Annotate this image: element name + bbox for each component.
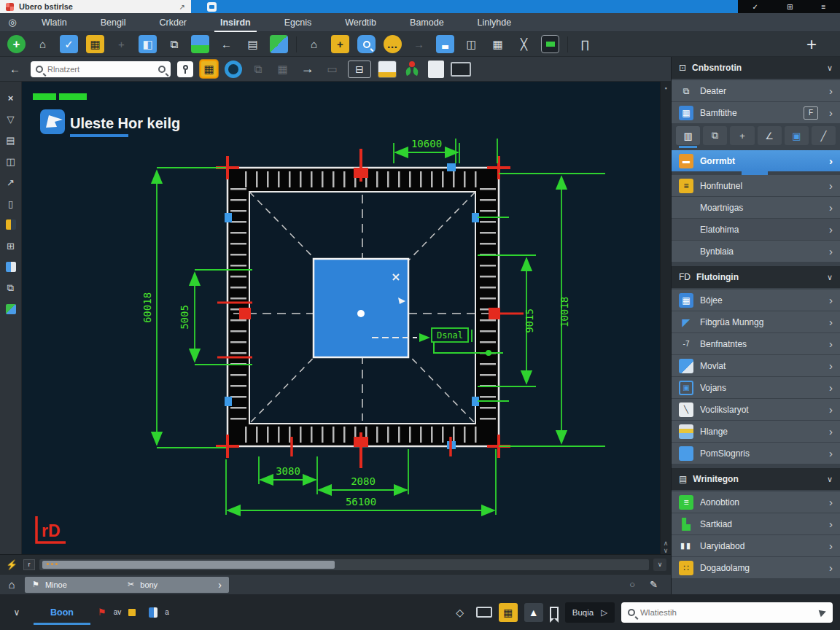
image-icon[interactable] xyxy=(191,35,209,53)
grid-yellow-button[interactable]: ▦ xyxy=(499,603,518,622)
panel-item-uaryidabod[interactable]: ▮▮ Uaryidabod › xyxy=(672,535,840,556)
add-circle-icon[interactable]: + xyxy=(7,35,26,53)
eye-circle-icon[interactable] xyxy=(225,61,242,78)
panel-item-moartnigas[interactable]: Moartnigas › xyxy=(672,197,840,218)
columns-icon[interactable] xyxy=(4,260,18,274)
panel-header-3[interactable]: ▤ Wrinitegon ∨ xyxy=(672,468,840,490)
app-menu-icon[interactable]: ◎ xyxy=(0,17,25,28)
panel-item-benfnatntes[interactable]: -7 Benfnatntes › xyxy=(672,333,840,354)
monitor-green-icon[interactable] xyxy=(541,35,559,53)
send-cursor-icon[interactable] xyxy=(819,607,828,616)
home-icon[interactable]: ⌂ xyxy=(34,35,52,53)
export-icon[interactable]: ↗ xyxy=(4,175,18,190)
menu-item-3-active[interactable]: Insirdn xyxy=(210,15,261,31)
arrow-left-icon[interactable]: ← xyxy=(217,35,236,53)
scroll-down-icon[interactable]: ∨ xyxy=(664,547,669,554)
filter-icon[interactable]: ▽ xyxy=(4,112,18,126)
copy-icon[interactable]: ⧉ xyxy=(165,35,183,53)
command-expand-icon[interactable]: ∨ xyxy=(653,559,666,571)
grid-active-icon[interactable]: ▦ xyxy=(200,60,218,78)
tab-frame-icon[interactable]: ▣ xyxy=(785,126,809,145)
table-icon[interactable]: ∏ xyxy=(576,35,594,53)
menu-item-4[interactable]: Egcnis xyxy=(274,15,322,31)
statusbar-chevron-icon[interactable]: ∨ xyxy=(7,607,26,618)
statusbar-search-input[interactable] xyxy=(640,608,814,617)
viewport-button[interactable]: ⊟ xyxy=(348,61,371,78)
f-badge[interactable]: F xyxy=(804,106,818,120)
drawing-canvas[interactable]: Uleste Hor keilg xyxy=(22,82,660,554)
back-arrow-icon[interactable]: ← xyxy=(6,60,24,78)
monitor-icon[interactable] xyxy=(451,62,471,77)
home-nav-icon[interactable]: ⌂ xyxy=(4,578,19,591)
close-icon[interactable]: × xyxy=(4,90,18,105)
menu-item-7[interactable]: Linlyhde xyxy=(467,15,522,31)
layout-tab-active[interactable]: Boon xyxy=(34,602,90,623)
frame-icon[interactable]: ◫ xyxy=(4,154,18,168)
window-blue-icon[interactable]: ◧ xyxy=(139,35,157,53)
panel-item-fibgrua[interactable]: ◤ Fibgrüa Munngg › xyxy=(672,311,840,332)
grid-yellow-icon[interactable]: ▦ xyxy=(86,35,104,53)
chart-icon[interactable]: ▤ xyxy=(4,133,18,147)
print-frame-icon[interactable]: ▤ xyxy=(244,35,262,53)
panel-item-bamftithe[interactable]: ▦ Bamftithe F › xyxy=(672,102,840,123)
panel-item-honfnutnel[interactable]: ≡ Honfnutnel › xyxy=(672,175,840,196)
panel-item-vojans[interactable]: ▣ Vojans › xyxy=(672,377,840,398)
tab-table-icon[interactable]: ▥ xyxy=(676,126,700,145)
panel-blue-icon[interactable]: ▃ xyxy=(436,35,454,53)
diamond-icon[interactable]: ◇ xyxy=(451,603,470,622)
scrollbar-thumb[interactable] xyxy=(42,561,335,569)
panel-item-movlat[interactable]: Movlat › xyxy=(672,355,840,376)
chevron-down-icon[interactable]: ∨ xyxy=(827,273,833,282)
door-panel-icon[interactable]: ▯ xyxy=(4,196,18,211)
menu-item-5[interactable]: Werdtib xyxy=(335,15,386,31)
doc-blue-icon[interactable] xyxy=(149,607,158,618)
arrow-up-button[interactable]: ▲ xyxy=(524,603,543,622)
panel-header-2[interactable]: FD Flutoingin ∨ xyxy=(672,266,840,288)
panel-item-aonobtion[interactable]: ≡ Aonobtion › xyxy=(672,491,840,513)
panel-item-hlange[interactable]: Hlange › xyxy=(672,421,840,442)
more-options-icon[interactable]: … xyxy=(384,35,402,53)
chevron-right-icon[interactable]: › xyxy=(218,579,222,591)
panel-item-dogadolamg[interactable]: ∷ Dogadolamg › xyxy=(672,557,840,578)
panel-item-bynblaia[interactable]: Bynblaia › xyxy=(672,241,840,262)
canvas-vscrollbar[interactable]: ▪ ∧ ∨ xyxy=(660,82,671,554)
image-button[interactable] xyxy=(378,61,397,78)
home-alt-icon[interactable]: ⌂ xyxy=(305,35,323,53)
chevron-down-icon[interactable]: ∨ xyxy=(827,475,833,484)
panel-item-bojee[interactable]: ▦ Bójee › xyxy=(672,289,840,311)
tab-line-icon[interactable]: ╱ xyxy=(812,126,836,145)
door-icon[interactable] xyxy=(428,61,444,78)
toolbar-search-input[interactable] xyxy=(47,65,154,74)
palette-icon[interactable] xyxy=(4,217,18,232)
grid-frame-icon[interactable]: ▦ xyxy=(489,35,507,53)
plant-icon[interactable] xyxy=(403,60,421,78)
play-icon[interactable]: ▷ xyxy=(601,607,607,618)
clipboard-icon[interactable]: ⧉ xyxy=(4,281,18,295)
grid-arrow-icon[interactable]: ▦ xyxy=(273,60,292,78)
panel-item-elatohima[interactable]: Elatohima › xyxy=(672,219,840,240)
add-new-button[interactable]: + xyxy=(806,34,833,55)
cursor-icon[interactable]: ✓ xyxy=(752,3,758,11)
check-square-icon[interactable]: ✓ xyxy=(60,35,78,53)
zoom-badge-icon[interactable] xyxy=(357,35,376,53)
panel-item-sartkiad[interactable]: ▙ Sartkiad › xyxy=(672,513,840,534)
window-frame-icon[interactable]: ◫ xyxy=(462,35,481,53)
tab-tool-icon[interactable]: + xyxy=(730,126,754,145)
nav-pill[interactable]: ⚑ Minoe ✂ bony › xyxy=(25,577,229,593)
scroll-up-icon[interactable]: ∧ xyxy=(664,540,669,547)
command-prompt[interactable]: r xyxy=(23,559,35,570)
flag-red-icon[interactable]: ⚑ xyxy=(98,607,106,618)
grid-icon[interactable]: ⊞ xyxy=(4,238,18,253)
horizontal-scrollbar[interactable] xyxy=(39,559,649,570)
forward-arrow-icon[interactable]: → xyxy=(298,60,316,78)
run-control[interactable]: Buqia ▷ xyxy=(565,602,615,623)
panel-item-deater[interactable]: ⧉ Deater › xyxy=(672,80,840,101)
monitor-small-icon[interactable] xyxy=(476,607,492,618)
panel-header-1[interactable]: ⊡ Cnbsntrotin ∨ xyxy=(672,57,840,79)
cut-icon[interactable]: ╳ xyxy=(515,35,533,53)
external-link-icon[interactable]: ↗ xyxy=(179,3,185,11)
blue-square[interactable] xyxy=(314,259,408,357)
box-add-icon[interactable]: + xyxy=(331,35,349,53)
panel-item-pomslognris[interactable]: PomSlognris › xyxy=(672,443,840,464)
menu-item-6[interactable]: Bamode xyxy=(400,15,454,31)
